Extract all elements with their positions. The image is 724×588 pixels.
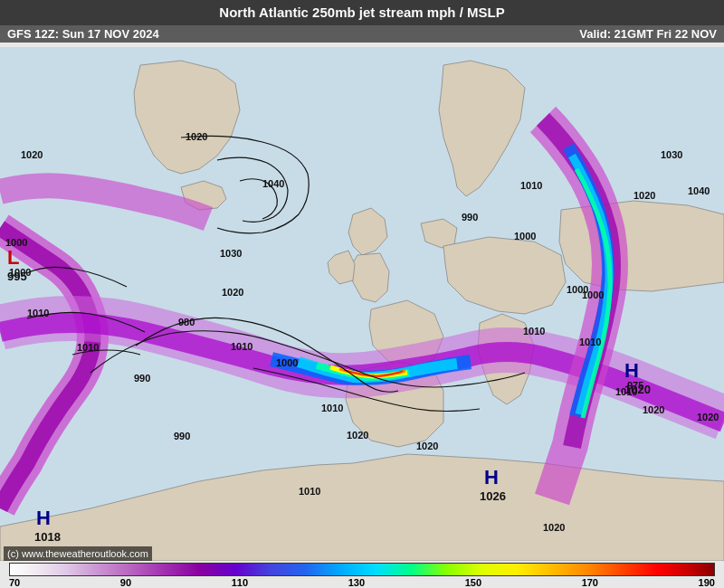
- svg-text:995: 995: [7, 270, 27, 283]
- svg-text:1000: 1000: [5, 237, 27, 248]
- weather-map: 980 990 990 1000 1000 1010 1010 1020 103…: [0, 47, 724, 561]
- colorbar-label: 170: [582, 577, 598, 588]
- colorbar-label: 110: [232, 577, 248, 588]
- svg-text:1040: 1040: [262, 178, 284, 189]
- svg-text:1010: 1010: [579, 337, 601, 347]
- svg-text:H: H: [36, 507, 51, 529]
- run-label: GFS 12Z: Sun 17 NOV 2024: [7, 27, 159, 41]
- colorbar-container: 7090110130150170190: [0, 563, 724, 588]
- svg-text:H: H: [294, 556, 309, 561]
- svg-text:1018: 1018: [34, 530, 61, 544]
- svg-text:1010: 1010: [27, 308, 49, 318]
- svg-text:990: 990: [134, 373, 150, 384]
- svg-text:H: H: [624, 359, 639, 382]
- colorbar-label: 130: [348, 577, 365, 588]
- svg-text:1020: 1020: [697, 412, 719, 422]
- svg-text:1000: 1000: [514, 231, 536, 242]
- valid-label: Valid: 21GMT Fri 22 NOV: [579, 27, 717, 41]
- svg-text:1020: 1020: [634, 190, 655, 201]
- map-title: North Atlantic 250mb jet stream mph / MS…: [0, 0, 724, 25]
- svg-text:980: 980: [178, 317, 195, 327]
- svg-text:1000: 1000: [582, 289, 604, 300]
- map-container: 980 990 990 1000 1000 1010 1010 1020 103…: [0, 0, 724, 588]
- colorbar-label: 150: [465, 577, 481, 588]
- svg-text:1030: 1030: [220, 248, 242, 259]
- colorbar-label: 90: [120, 577, 131, 588]
- svg-text:1000: 1000: [276, 357, 298, 368]
- svg-text:1020: 1020: [643, 404, 664, 415]
- svg-text:1026: 1026: [480, 489, 506, 503]
- colorbar-label: 190: [699, 577, 715, 588]
- svg-text:1020: 1020: [347, 430, 368, 441]
- svg-text:1030: 1030: [661, 149, 682, 160]
- svg-text:1010: 1010: [77, 342, 99, 353]
- colorbar: [9, 563, 715, 576]
- svg-text:1010: 1010: [523, 326, 545, 337]
- colorbar-label: 70: [9, 577, 20, 588]
- svg-text:L: L: [7, 246, 19, 269]
- attribution-text: (c) www.theweatheroutlook.com: [4, 546, 152, 561]
- svg-text:1020: 1020: [186, 131, 207, 142]
- svg-text:990: 990: [462, 212, 478, 223]
- svg-text:1040: 1040: [688, 185, 710, 196]
- svg-text:1020: 1020: [222, 287, 243, 298]
- svg-text:1010: 1010: [299, 486, 320, 497]
- svg-text:1010: 1010: [520, 180, 542, 191]
- svg-text:990: 990: [174, 431, 190, 441]
- svg-text:1020: 1020: [543, 522, 565, 533]
- map-subheader: GFS 12Z: Sun 17 NOV 2024 Valid: 21GMT Fr…: [0, 25, 724, 43]
- svg-text:1010: 1010: [231, 341, 252, 352]
- svg-text:H: H: [484, 466, 499, 488]
- svg-text:1010: 1010: [321, 403, 343, 413]
- title-text: North Atlantic 250mb jet stream mph / MS…: [219, 5, 504, 20]
- svg-text:975: 975: [627, 380, 643, 391]
- colorbar-labels: 7090110130150170190: [9, 577, 715, 588]
- svg-text:1020: 1020: [21, 149, 43, 160]
- svg-text:1020: 1020: [416, 441, 438, 451]
